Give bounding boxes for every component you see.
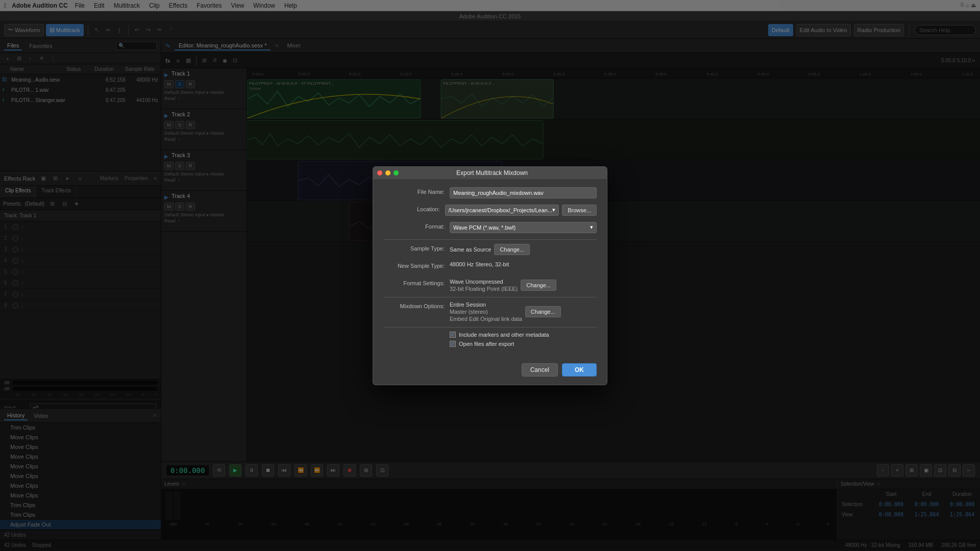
browse-button[interactable]: Browse...: [562, 205, 597, 216]
location-arrow: ▾: [552, 207, 555, 213]
field-filename-value: [450, 187, 597, 198]
checkbox-open[interactable]: ✓: [450, 341, 456, 347]
dialog-sep-2: [383, 297, 597, 297]
field-format-settings-value: Wave Uncompressed 32-bit Floating Point …: [450, 279, 597, 292]
field-format-label: Format:: [383, 222, 450, 230]
field-format-settings-label: Format Settings:: [383, 279, 450, 286]
field-location-label: Location:: [383, 205, 445, 212]
dialog-sep-3: [383, 327, 597, 328]
field-new-sample-row: New Sample Type: 48000 Hz Stereo, 32-bit: [383, 261, 597, 273]
change-mixdown-btn[interactable]: Change...: [525, 306, 561, 317]
modal-overlay: Export Multitrack Mixdown File Name: Loc…: [0, 0, 980, 551]
field-filename-label: File Name:: [383, 187, 450, 195]
checkbox-open-label: Open files after export: [459, 341, 514, 347]
field-format-row: Format: Wave PCM (*.wav, *.bwf) ▾: [383, 222, 597, 234]
field-format-settings-row: Format Settings: Wave Uncompressed 32-bi…: [383, 279, 597, 292]
field-location-row: Location: /Users/jrcanest/Dropbox/_Proje…: [383, 205, 597, 217]
dialog-titlebar: Export Multitrack Mixdown: [373, 167, 607, 179]
change-sample-btn[interactable]: Change...: [494, 244, 530, 255]
new-sample-text: 48000 Hz Stereo, 32-bit: [450, 261, 509, 267]
dialog-title: Export Multitrack Mixdown: [381, 169, 603, 177]
location-text: /Users/jrcanest/Dropbox/_Projects/Lean..…: [449, 207, 553, 213]
format-settings-line2: 32-bit Floating Point (IEEE): [450, 286, 518, 292]
field-filename-row: File Name:: [383, 187, 597, 199]
dialog-buttons: Cancel OK: [373, 358, 607, 385]
format-dropdown[interactable]: Wave PCM (*.wav, *.bwf) ▾: [450, 222, 597, 233]
dialog-sep-1: [383, 239, 597, 240]
checkbox-markers-row: ✓ Include markers and other metadata: [383, 332, 597, 338]
location-dropdown[interactable]: /Users/jrcanest/Dropbox/_Projects/Lean..…: [445, 205, 559, 216]
mixdown-line3: Embed Edit Original link data: [450, 316, 522, 322]
cancel-button[interactable]: Cancel: [522, 363, 558, 377]
field-sample-row: Sample Type: Same as Source Change...: [383, 244, 597, 256]
format-settings-multiline: Wave Uncompressed 32-bit Floating Point …: [450, 279, 518, 292]
checkbox-markers[interactable]: ✓: [450, 332, 456, 338]
field-sample-label: Sample Type:: [383, 244, 450, 252]
field-location-value: /Users/jrcanest/Dropbox/_Projects/Lean..…: [445, 205, 597, 216]
export-dialog: Export Multitrack Mixdown File Name: Loc…: [373, 166, 607, 385]
change-format-btn[interactable]: Change...: [521, 280, 556, 291]
field-mixdown-label: Mixdown Options:: [383, 302, 450, 309]
format-settings-line1: Wave Uncompressed: [450, 279, 518, 285]
field-mixdown-row: Mixdown Options: Entire Session Master (…: [383, 302, 597, 322]
mixdown-line2: Master (stereo): [450, 309, 522, 315]
ok-button[interactable]: OK: [562, 363, 597, 377]
field-new-sample-label: New Sample Type:: [383, 261, 450, 269]
dialog-body: File Name: Location: /Users/jrcanest/Dro…: [373, 179, 607, 358]
mixdown-multiline: Entire Session Master (stereo) Embed Edi…: [450, 302, 522, 322]
field-sample-value: Same as Source Change...: [450, 244, 597, 255]
checkbox-markers-label: Include markers and other metadata: [459, 332, 549, 338]
file-name-input[interactable]: [450, 187, 597, 198]
format-arrow: ▾: [590, 224, 593, 231]
sample-type-text: Same as Source: [450, 246, 491, 253]
format-text: Wave PCM (*.wav, *.bwf): [453, 224, 516, 231]
field-new-sample-value: 48000 Hz Stereo, 32-bit: [450, 261, 597, 267]
field-format-value: Wave PCM (*.wav, *.bwf) ▾: [450, 222, 597, 233]
mixdown-line1: Entire Session: [450, 302, 522, 308]
field-mixdown-value: Entire Session Master (stereo) Embed Edi…: [450, 302, 597, 322]
checkbox-open-row: ✓ Open files after export: [383, 341, 597, 347]
